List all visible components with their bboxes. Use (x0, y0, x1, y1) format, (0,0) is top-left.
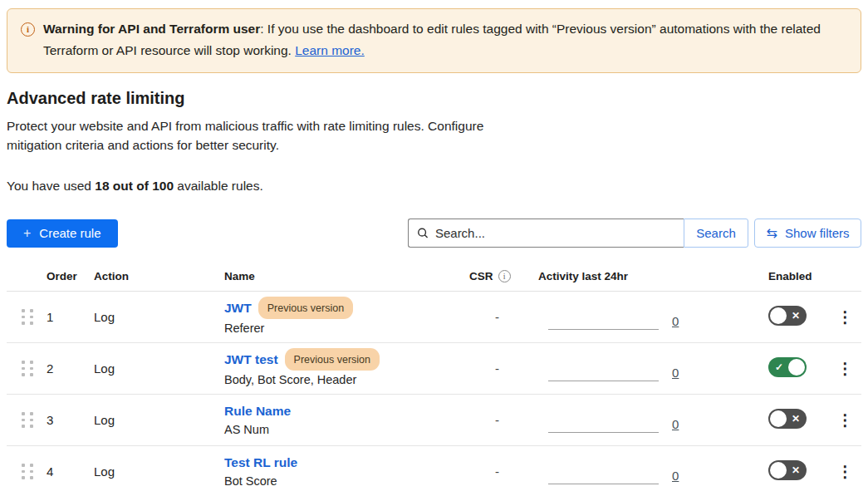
rule-name-link[interactable]: JWT test (224, 352, 278, 366)
row-menu-kebab-icon[interactable]: ⋮ (822, 309, 861, 326)
learn-more-link[interactable]: Learn more. (295, 43, 365, 57)
row-menu-kebab-icon[interactable]: ⋮ (822, 361, 861, 377)
row-menu-kebab-icon[interactable]: ⋮ (822, 464, 861, 480)
drag-handle-icon[interactable] (22, 412, 33, 428)
cross-icon: ✕ (792, 413, 800, 425)
search-icon (417, 227, 429, 239)
header-csr-label: CSR (469, 270, 493, 282)
enabled-toggle[interactable]: ✓ ✕ (768, 306, 807, 326)
page-title: Advanced rate limiting (7, 89, 861, 108)
rule-enabled-cell: ✓ ✕ (762, 357, 822, 380)
rule-order: 2 (40, 361, 87, 376)
activity-count-link[interactable]: 0 (672, 417, 679, 431)
activity-sparkline (548, 329, 659, 330)
toggle-knob (770, 410, 787, 427)
search-button[interactable]: Search (684, 219, 748, 248)
table-header-row: Order Action Name CSRi Activity last 24h… (7, 270, 861, 292)
header-csr: CSRi (463, 270, 532, 282)
warning-title: Warning for API and Terraform user (43, 22, 260, 36)
table-row: 1 Log JWTPrevious version Referer - 0 ✓ … (7, 292, 861, 343)
rule-csr: - (463, 413, 532, 427)
activity-count-link[interactable]: 0 (672, 469, 679, 483)
header-name: Name (218, 270, 463, 282)
rule-name-link[interactable]: JWT (224, 301, 252, 315)
activity-sparkline (548, 381, 659, 381)
rule-name-cell: JWT testPrevious version Body, Bot Score… (218, 348, 463, 389)
check-icon: ✓ (775, 361, 783, 373)
rule-order: 4 (40, 464, 87, 479)
rule-csr: - (463, 464, 532, 479)
header-action: Action (87, 270, 218, 282)
rule-name-link[interactable]: Rule Name (224, 404, 291, 418)
toolbar: + Create rule Search ⇆ Show filters (7, 219, 861, 248)
enabled-toggle[interactable]: ✓ ✕ (768, 409, 807, 429)
rule-order: 1 (40, 310, 87, 324)
rule-action: Log (87, 310, 218, 324)
rule-activity-cell: 0 (532, 454, 762, 490)
drag-handle-icon[interactable] (22, 464, 33, 479)
table-row: 4 Log Test RL rule Bot Score - 0 ✓ ✕ ⋮ (7, 446, 861, 496)
rule-name-cell: Test RL rule Bot Score (218, 454, 463, 490)
header-order: Order (40, 270, 87, 282)
search-area: Search ⇆ Show filters (408, 219, 861, 248)
toggle-knob (770, 307, 787, 324)
csr-info-icon[interactable]: i (498, 270, 511, 282)
rule-enabled-cell: ✓ ✕ (762, 306, 822, 328)
rules-table: Order Action Name CSRi Activity last 24h… (7, 270, 861, 496)
rule-criteria: Bot Score (224, 472, 463, 490)
warning-text: Warning for API and Terraform user: If y… (43, 18, 846, 61)
toggle-knob (770, 462, 787, 479)
rule-activity-cell: 0 (532, 299, 762, 336)
activity-count-link[interactable]: 0 (672, 314, 679, 328)
rule-action: Log (87, 361, 218, 376)
create-rule-label: Create rule (39, 226, 101, 240)
usage-suffix: available rules. (174, 179, 263, 193)
drag-handle-icon[interactable] (22, 361, 33, 376)
activity-sparkline (548, 484, 659, 484)
cross-icon: ✕ (792, 310, 800, 322)
plus-icon: + (23, 226, 31, 241)
row-menu-kebab-icon[interactable]: ⋮ (822, 412, 861, 429)
rule-activity-cell: 0 (532, 402, 762, 439)
previous-version-badge: Previous version (285, 348, 380, 371)
header-activity: Activity last 24hr (532, 270, 762, 282)
previous-version-badge: Previous version (258, 297, 353, 319)
table-row: 2 Log JWT testPrevious version Body, Bot… (7, 343, 861, 395)
warning-info-icon: i (21, 22, 35, 37)
swap-arrows-icon: ⇆ (767, 225, 777, 241)
table-row: 3 Log Rule Name AS Num - 0 ✓ ✕ ⋮ (7, 395, 861, 446)
show-filters-label: Show filters (785, 226, 850, 240)
search-input[interactable] (435, 226, 675, 240)
rule-enabled-cell: ✓ ✕ (762, 460, 822, 483)
rule-csr: - (463, 361, 532, 376)
rule-criteria: Referer (224, 319, 463, 337)
page-description: Protect your website and API from malici… (7, 116, 526, 155)
rule-name-link[interactable]: Test RL rule (224, 455, 297, 469)
rule-name-cell: Rule Name AS Num (218, 402, 463, 439)
create-rule-button[interactable]: + Create rule (7, 219, 118, 248)
rule-action: Log (87, 413, 218, 427)
rule-order: 3 (40, 413, 87, 427)
page-container: i Warning for API and Terraform user: If… (0, 0, 868, 496)
rule-action: Log (87, 464, 218, 479)
usage-count: 18 out of 100 (95, 179, 174, 193)
search-box (408, 219, 684, 248)
toggle-knob (788, 359, 805, 376)
usage-summary: You have used 18 out of 100 available ru… (7, 179, 861, 194)
warning-banner: i Warning for API and Terraform user: If… (7, 8, 861, 73)
enabled-toggle[interactable]: ✓ ✕ (768, 357, 807, 377)
drag-handle-icon[interactable] (22, 309, 33, 325)
usage-prefix: You have used (7, 179, 95, 193)
activity-count-link[interactable]: 0 (672, 366, 679, 380)
rule-criteria: AS Num (224, 420, 463, 439)
enabled-toggle[interactable]: ✓ ✕ (768, 460, 807, 480)
show-filters-button[interactable]: ⇆ Show filters (754, 219, 861, 248)
rule-criteria: Body, Bot Score, Header (224, 371, 463, 389)
activity-sparkline (548, 432, 659, 433)
header-enabled: Enabled (762, 270, 822, 282)
rule-activity-cell: 0 (532, 351, 762, 387)
cross-icon: ✕ (792, 464, 800, 476)
rule-name-cell: JWTPrevious version Referer (218, 297, 463, 337)
rule-enabled-cell: ✓ ✕ (762, 409, 822, 431)
rule-csr: - (463, 310, 532, 324)
